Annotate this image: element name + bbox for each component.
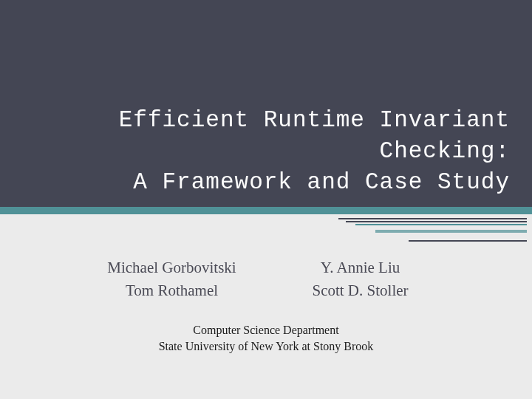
decorative-line [346, 221, 527, 222]
accent-bar [0, 207, 532, 214]
decorative-line [338, 218, 527, 219]
author-name: Tom Rothamel [78, 282, 266, 300]
author-name: Scott D. Stoller [266, 282, 454, 300]
title-header: Efficient Runtime Invariant Checking: A … [0, 0, 532, 207]
department-block: Computer Science Department State Univer… [0, 322, 532, 355]
author-name: Michael Gorbovitski [78, 259, 266, 277]
authors-block: Michael Gorbovitski Y. Annie Liu Tom Rot… [0, 259, 532, 300]
title-line-1: Efficient Runtime Invariant Checking: [22, 105, 510, 167]
title-line-2: A Framework and Case Study [22, 167, 510, 198]
decorative-lines [0, 214, 532, 244]
author-row: Michael Gorbovitski Y. Annie Liu [44, 259, 488, 277]
decorative-line [409, 240, 527, 242]
author-name: Y. Annie Liu [266, 259, 454, 277]
decorative-line [375, 230, 527, 233]
author-row: Tom Rothamel Scott D. Stoller [44, 282, 488, 300]
department-line: Computer Science Department [0, 322, 532, 338]
department-line: State University of New York at Stony Br… [0, 338, 532, 355]
decorative-line [355, 224, 527, 225]
